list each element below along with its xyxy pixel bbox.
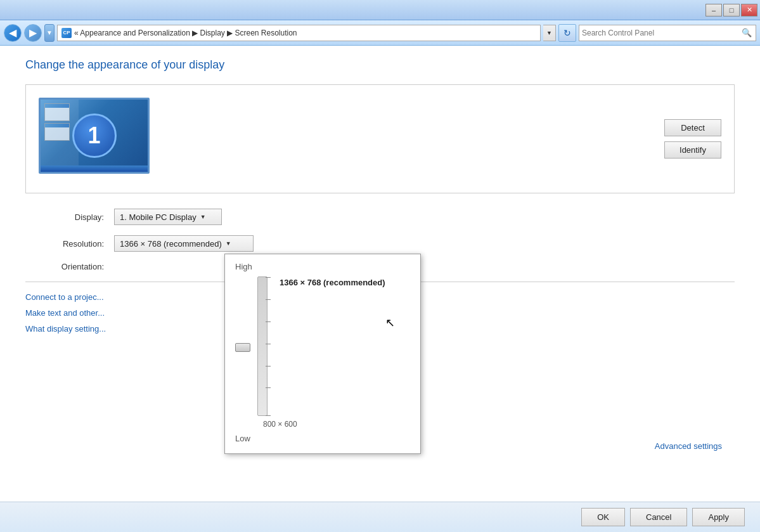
forward-button[interactable]: ▶ — [24, 24, 42, 42]
apply-button[interactable]: Apply — [692, 508, 745, 526]
orientation-label: Orientation: — [25, 262, 114, 271]
display-preview-box: 1 Detect Identify — [25, 84, 735, 193]
resolution-row: Resolution: 1366 × 768 (recommended) ▼ — [25, 235, 735, 252]
notch-6 — [266, 387, 271, 388]
monitor-taskbar — [41, 165, 148, 172]
resolution-value: 1366 × 768 (recommended) — [120, 239, 222, 249]
search-icon[interactable]: 🔍 — [740, 25, 753, 41]
slider-track-container — [253, 276, 272, 416]
high-label: High — [235, 262, 410, 271]
resolution-control: 1366 × 768 (recommended) ▼ — [114, 235, 735, 252]
address-bar: ◀ ▶ ▼ CP « Appearance and Personalizatio… — [0, 20, 760, 46]
display-value: 1. Mobile PC Display — [120, 212, 196, 222]
notch-top — [266, 277, 271, 278]
display-row: Display: 1. Mobile PC Display ▼ — [25, 209, 735, 225]
display-label: Display: — [25, 212, 114, 222]
main-content: Change the appearance of your display — [0, 46, 760, 532]
back-button[interactable]: ◀ — [4, 24, 22, 42]
detect-identify-buttons: Detect Identify — [664, 119, 721, 159]
notch-3 — [266, 321, 271, 322]
refresh-button[interactable]: ↻ — [558, 24, 576, 42]
notch-5 — [266, 366, 271, 367]
resolution-slider-area: 1366 × 768 (recommended) — [235, 276, 410, 416]
identify-button[interactable]: Identify — [664, 141, 721, 159]
mini-window-bar-2 — [45, 124, 69, 127]
breadcrumb-bar: CP « Appearance and Personalization ▶ Di… — [57, 25, 541, 41]
content-area: Change the appearance of your display — [0, 46, 760, 502]
close-button[interactable]: ✕ — [741, 4, 757, 16]
resolution-dropdown-arrow-icon: ▼ — [226, 240, 231, 247]
resolution-dropdown[interactable]: 1366 × 768 (recommended) ▼ — [114, 235, 254, 252]
monitor-screen: 1 — [39, 98, 150, 174]
monitor-windows-decoration — [44, 103, 70, 141]
minimize-button[interactable]: – — [705, 4, 722, 16]
maximize-button[interactable]: □ — [723, 4, 740, 16]
settings-panel: Change the appearance of your display — [0, 46, 760, 502]
search-input[interactable] — [582, 29, 740, 37]
slider-track[interactable] — [257, 276, 267, 416]
cancel-button[interactable]: Cancel — [630, 508, 687, 526]
breadcrumb-dropdown[interactable]: ▼ — [543, 25, 556, 41]
ok-button[interactable]: OK — [581, 508, 625, 526]
monitor-graphic: 1 — [39, 98, 153, 180]
notch-bottom — [266, 415, 271, 416]
nav-dropdown-button[interactable]: ▼ — [44, 24, 55, 42]
breadcrumb-icon: CP — [61, 28, 72, 38]
search-box: 🔍 — [579, 25, 756, 41]
resolution-bottom-label: 800 × 600 — [235, 420, 410, 429]
page-title: Change the appearance of your display — [25, 58, 735, 72]
low-label: Low — [235, 434, 410, 443]
mini-window-2 — [44, 123, 70, 141]
notch-4 — [266, 344, 271, 344]
resolution-slider-popup: High — [224, 254, 421, 454]
display-control: 1. Mobile PC Display ▼ — [114, 209, 735, 225]
monitor-number: 1 — [72, 114, 117, 158]
bottom-button-bar: OK Cancel Apply — [0, 502, 760, 532]
breadcrumb: « Appearance and Personalization ▶ Displ… — [74, 29, 297, 37]
detect-button[interactable]: Detect — [664, 119, 721, 136]
resolution-label: Resolution: — [25, 239, 114, 249]
mini-window-1 — [44, 103, 70, 121]
window-controls: – □ ✕ — [705, 4, 757, 16]
notch-2 — [266, 299, 271, 300]
display-dropdown-arrow-icon: ▼ — [200, 214, 206, 220]
display-dropdown[interactable]: 1. Mobile PC Display ▼ — [114, 209, 222, 225]
mini-window-bar-1 — [45, 104, 69, 108]
title-bar: – □ ✕ — [0, 0, 760, 20]
resolution-selected-text: 1366 × 768 (recommended) — [280, 276, 410, 287]
advanced-settings-link[interactable]: Advanced settings — [655, 441, 722, 451]
slider-thumb[interactable] — [235, 343, 250, 352]
